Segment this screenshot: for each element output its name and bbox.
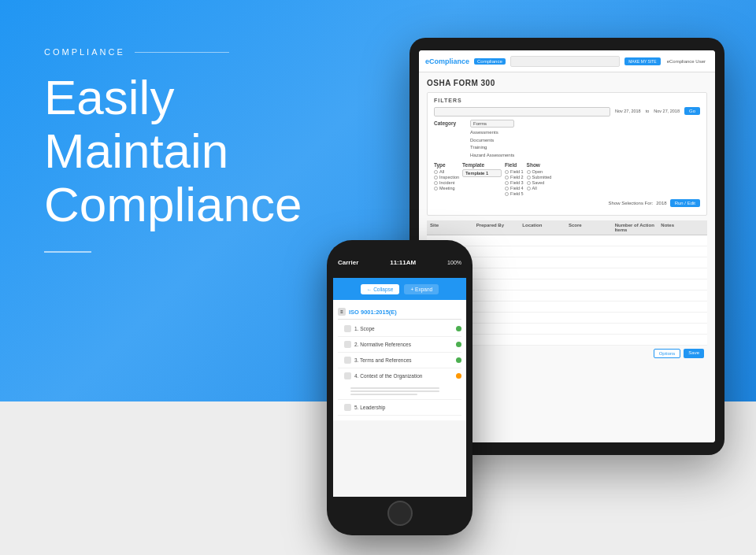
divider-line bbox=[135, 52, 229, 53]
section-normative[interactable]: 2. Normative References bbox=[338, 337, 461, 353]
tablet-logo: eCompliance bbox=[425, 57, 469, 65]
filter-date-row: Nov 27, 2018 to Nov 27, 2018 Go bbox=[434, 107, 700, 117]
phone-home-button[interactable] bbox=[387, 501, 413, 526]
show-for-label: Show Selections For: bbox=[609, 201, 654, 205]
filter-type-row: Type All Inspection Incident Meeting Tem… bbox=[434, 162, 700, 196]
show-year: 2018 bbox=[656, 201, 666, 205]
section-context[interactable]: 4. Context of the Organization bbox=[338, 368, 461, 383]
show-col: Show Open Submitted Saved All bbox=[527, 162, 552, 196]
compliance-label: COMPLIANCE bbox=[44, 47, 343, 57]
show-all[interactable]: All bbox=[527, 186, 552, 191]
field-1[interactable]: Field 1 bbox=[505, 169, 524, 174]
run-edit-btn[interactable]: Run / Edit bbox=[670, 199, 700, 207]
section-terms-dot bbox=[456, 357, 461, 363]
form-title: OSHA FORM 300 bbox=[427, 79, 707, 87]
mini-line bbox=[350, 390, 439, 392]
field-col: Field Field 1 Field 2 Field 3 Field 4 Fi… bbox=[505, 162, 524, 196]
section-context-label: 4. Context of the Organization bbox=[354, 373, 453, 379]
left-content: COMPLIANCE Easily Maintain Compliance bbox=[44, 47, 343, 253]
collapse-btn[interactable]: ← Collapse bbox=[361, 284, 400, 294]
phone-screen: ← Collapse + Expand ≡ ISO 9001:2015(E) 1… bbox=[333, 278, 466, 497]
category-dropdown[interactable]: Forms bbox=[470, 120, 514, 128]
phone-time: 11:11AM bbox=[390, 259, 416, 266]
tablet-make-site-btn[interactable]: MAKE MY SITE bbox=[624, 57, 660, 65]
field-radio-group: Field 1 Field 2 Field 3 Field 4 Field 5 bbox=[505, 169, 524, 196]
tablet-nav-input[interactable] bbox=[510, 56, 620, 67]
template-dropdown[interactable]: Template 1 bbox=[462, 169, 502, 177]
field-4[interactable]: Field 4 bbox=[505, 186, 524, 191]
section-context-lines bbox=[338, 383, 461, 399]
list-title[interactable]: ISO 9001:2015(E) bbox=[349, 309, 461, 316]
type-radio-group: All Inspection Incident Meeting bbox=[434, 169, 459, 191]
field-3[interactable]: Field 3 bbox=[505, 180, 524, 185]
filters-title: FILTERS bbox=[434, 98, 700, 103]
filters-section: FILTERS Nov 27, 2018 to Nov 27, 2018 Go … bbox=[427, 92, 707, 216]
section-leadership[interactable]: 5. Leadership bbox=[338, 400, 461, 416]
section-leadership-label: 5. Leadership bbox=[354, 405, 461, 410]
phone-list: ≡ ISO 9001:2015(E) 1. Scope 2. Normative… bbox=[333, 300, 466, 420]
field-2[interactable]: Field 2 bbox=[505, 175, 524, 179]
type-all[interactable]: All bbox=[434, 169, 459, 174]
type-inspection[interactable]: Inspection bbox=[434, 175, 459, 179]
phone-toolbar: ← Collapse + Expand bbox=[333, 278, 466, 300]
filter-to-label: to bbox=[646, 107, 650, 113]
section-icon bbox=[344, 372, 351, 379]
show-open[interactable]: Open bbox=[527, 169, 552, 174]
phone-list-header: ≡ ISO 9001:2015(E) bbox=[338, 305, 461, 320]
show-submitted[interactable]: Submitted bbox=[527, 175, 552, 179]
bottom-divider bbox=[44, 251, 91, 253]
th-action-items: Number of Action Items bbox=[615, 223, 658, 232]
expand-btn[interactable]: + Expand bbox=[404, 284, 439, 294]
section-scope[interactable]: 1. Scope bbox=[338, 321, 461, 337]
table-header: Site Prepared By Location Score Number o… bbox=[427, 220, 707, 235]
th-notes: Notes bbox=[661, 223, 704, 232]
type-label: Type bbox=[434, 162, 459, 168]
phone-battery: 100% bbox=[447, 260, 461, 265]
template-label: Template bbox=[462, 162, 502, 168]
phone-frame: Carrier 11:11AM 100% ← Collapse + Expand… bbox=[327, 240, 472, 535]
section-normative-dot bbox=[456, 342, 461, 347]
show-label: Show bbox=[527, 162, 552, 168]
cat-option-3[interactable]: Training bbox=[470, 144, 514, 152]
section-scope-label: 1. Scope bbox=[354, 326, 453, 331]
mini-line bbox=[350, 394, 417, 395]
section-icon bbox=[344, 325, 351, 332]
filter-date-from: Nov 27, 2018 bbox=[615, 107, 641, 113]
show-saved[interactable]: Saved bbox=[527, 180, 552, 185]
compliance-text: COMPLIANCE bbox=[44, 47, 125, 57]
type-col: Type All Inspection Incident Meeting bbox=[434, 162, 459, 196]
filter-go-btn[interactable]: Go bbox=[684, 107, 700, 115]
tablet-navbar: eCompliance Compliance MAKE MY SITE eCom… bbox=[419, 50, 715, 72]
cat-option-1[interactable]: Assessments bbox=[470, 129, 514, 137]
show-radio-group: Open Submitted Saved All bbox=[527, 169, 552, 191]
type-meeting[interactable]: Meeting bbox=[434, 186, 459, 191]
field-5[interactable]: Field 5 bbox=[505, 191, 524, 196]
th-site: Site bbox=[430, 223, 473, 232]
filter-input-main[interactable] bbox=[434, 107, 610, 117]
cat-option-4[interactable]: Hazard Assessments bbox=[470, 152, 514, 160]
cat-option-2[interactable]: Documents bbox=[470, 137, 514, 145]
section-icon bbox=[344, 341, 351, 348]
category-options: Assessments Documents Training Hazard As… bbox=[470, 129, 514, 159]
section-scope-dot bbox=[456, 326, 461, 331]
save-btn[interactable]: Save bbox=[684, 349, 704, 358]
th-location: Location bbox=[522, 223, 565, 232]
tablet-user-label: eCompliance User bbox=[664, 57, 709, 65]
th-prepared: Prepared By bbox=[476, 223, 520, 232]
section-context-group: 4. Context of the Organization bbox=[338, 368, 461, 400]
field-label: Field bbox=[505, 162, 524, 168]
show-for-row: Show Selections For: 2018 Run / Edit bbox=[434, 199, 700, 207]
tablet-nav-icons: Compliance bbox=[474, 58, 506, 65]
template-col: Template Template 1 bbox=[462, 162, 502, 196]
section-icon bbox=[344, 357, 351, 364]
heading-line2: Maintain bbox=[44, 124, 228, 178]
type-incident[interactable]: Incident bbox=[434, 180, 459, 185]
main-heading: Easily Maintain Compliance bbox=[44, 71, 343, 232]
options-btn[interactable]: Options bbox=[654, 349, 681, 358]
section-terms[interactable]: 3. Terms and References bbox=[338, 353, 461, 368]
heading-line1: Easily bbox=[44, 70, 174, 124]
phone-device: Carrier 11:11AM 100% ← Collapse + Expand… bbox=[327, 240, 472, 535]
mini-line bbox=[350, 387, 439, 389]
th-score: Score bbox=[569, 223, 612, 232]
section-normative-label: 2. Normative References bbox=[354, 342, 453, 347]
